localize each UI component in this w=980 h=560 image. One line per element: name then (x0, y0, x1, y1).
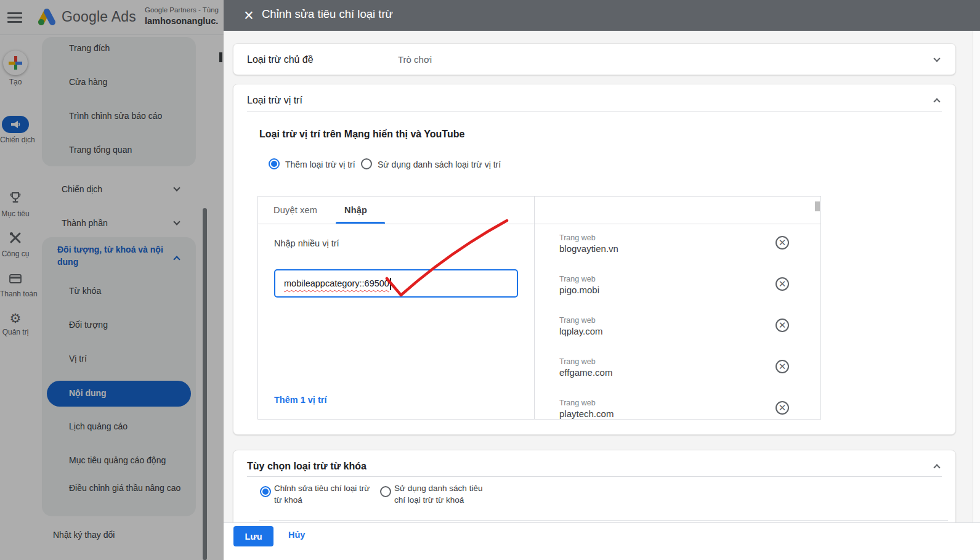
placement-row: Trang web blogvaytien.vn ✕ (535, 225, 820, 266)
dialog-title: Chỉnh sửa tiêu chí loại trừ (262, 7, 393, 21)
placement-value: blogvaytien.vn (559, 243, 618, 254)
excluded-placements-list: Trang web blogvaytien.vn ✕ Trang web pig… (535, 225, 820, 419)
dialog-header: × Chỉnh sửa tiêu chí loại trừ (224, 0, 980, 31)
placement-value: lqplay.com (559, 326, 603, 336)
placement-value: effgame.com (559, 367, 612, 378)
radio-edit-keyword-exclusions[interactable] (260, 486, 271, 497)
placement-input-value: mobileappcategory::69500 (284, 278, 389, 288)
tab-browse[interactable]: Duyệt xem (273, 197, 317, 224)
tab-enter[interactable]: Nhập (344, 197, 367, 224)
radio-use-placement-list[interactable] (361, 158, 372, 169)
keyword-exclusion-card: Tùy chọn loại trừ từ khóa Chỉnh sửa tiêu… (233, 450, 956, 527)
placement-value: pigo.mobi (559, 285, 599, 295)
placement-row: Trang web pigo.mobi ✕ (535, 266, 820, 307)
dialog-footer: Lưu Hủy (224, 522, 980, 560)
keyword-card-title: Tùy chọn loại trừ từ khóa (247, 461, 366, 472)
chevron-down-icon[interactable] (933, 55, 940, 62)
placement-exclusion-card: Loại trừ vị trí Loại trừ vị trí trên Mạn… (233, 84, 956, 435)
radio-label[interactable]: Sử dụng danh sách loại trừ vị trí (378, 160, 501, 169)
topic-card-value: Trò chơi (398, 54, 432, 65)
list-scrollbar[interactable] (815, 201, 820, 211)
chevron-up-icon[interactable] (933, 464, 940, 471)
placement-type: Trang web (559, 316, 596, 325)
placement-type: Trang web (559, 357, 596, 366)
placement-type: Trang web (559, 275, 596, 283)
placement-picker: Duyệt xem Nhập Nhập nhiều vị trí mobilea… (257, 196, 821, 420)
radio-label[interactable]: Sử dụng danh sách tiêu chí loại trừ từ k… (394, 482, 496, 506)
radio-use-keyword-list[interactable] (380, 486, 391, 497)
topic-exclusion-card[interactable]: Loại trừ chủ đề Trò chơi (233, 43, 956, 75)
remove-icon[interactable]: ✕ (775, 277, 789, 291)
tab-selected-underline (336, 222, 385, 224)
multi-placement-label: Nhập nhiều vị trí (274, 238, 339, 248)
placement-value: playtech.com (559, 408, 614, 419)
placement-row: Trang web lqplay.com ✕ (535, 307, 820, 349)
topic-card-title: Loại trừ chủ đề (247, 54, 314, 65)
placement-card-title: Loại trừ vị trí (247, 95, 302, 106)
placement-type: Trang web (559, 233, 596, 242)
remove-icon[interactable]: ✕ (775, 360, 789, 373)
save-button[interactable]: Lưu (233, 526, 273, 546)
remove-icon[interactable]: ✕ (775, 319, 789, 332)
divider (247, 476, 942, 477)
remove-icon[interactable]: ✕ (775, 236, 789, 250)
placement-input[interactable]: mobileappcategory::69500 (274, 269, 518, 298)
close-icon[interactable]: × (238, 5, 259, 26)
placement-type: Trang web (559, 399, 596, 407)
picker-tabs: Duyệt xem Nhập (258, 197, 820, 224)
placement-row: Trang web playtech.com ✕ (535, 390, 820, 419)
modal-scrollbar-track[interactable] (973, 31, 980, 560)
radio-label[interactable]: Thêm loại trừ vị trí (285, 160, 355, 169)
placement-row: Trang web effgame.com ✕ (535, 349, 820, 390)
remove-icon[interactable]: ✕ (775, 401, 789, 415)
add-placement-link[interactable]: Thêm 1 vị trí (274, 395, 326, 405)
radio-label[interactable]: Chỉnh sửa tiêu chí loại trừ từ khoá (274, 482, 373, 506)
edit-exclusion-dialog: × Chỉnh sửa tiêu chí loại trừ Loại trừ c… (224, 0, 980, 560)
text-caret (390, 278, 391, 290)
screenshot-root: Google Ads Google Partners - Tùng lamhos… (0, 0, 980, 560)
clipped-element-edge (259, 520, 948, 521)
cancel-button[interactable]: Hủy (288, 530, 305, 540)
radio-add-placement-exclusions[interactable] (269, 158, 280, 169)
chevron-up-icon[interactable] (933, 98, 940, 105)
placement-heading: Loại trừ vị trí trên Mạng hiển thị và Yo… (259, 129, 464, 140)
divider (247, 112, 942, 112)
